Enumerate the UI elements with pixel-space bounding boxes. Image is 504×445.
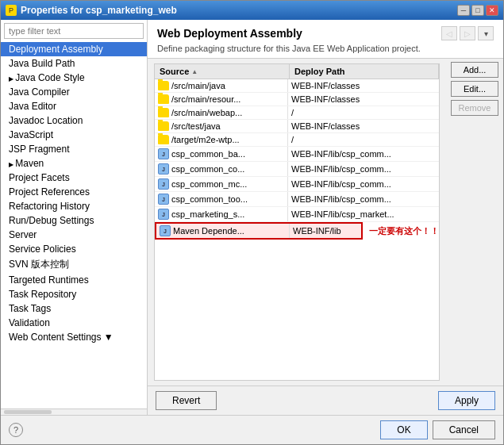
sidebar-item-java-editor[interactable]: Java Editor (1, 99, 147, 113)
deploy-cell: WEB-INF/lib/csp_comm... (288, 162, 439, 176)
table-row[interactable]: J csp_common_co... WEB-INF/lib/csp_comm.… (155, 162, 439, 177)
deploy-cell: / (288, 133, 439, 146)
sidebar-item-targeted-runtimes[interactable]: Targeted Runtimes (1, 273, 147, 287)
table-row[interactable]: J csp_marketing_s... WEB-INF/lib/csp_mar… (155, 207, 439, 222)
source-cell: J csp_marketing_s... (155, 207, 288, 221)
sidebar-item-java-build-path[interactable]: Java Build Path (1, 56, 147, 71)
table-row[interactable]: /src/main/resour... WEB-INF/classes (155, 93, 439, 106)
main-panel: Web Deployment Assembly ◁ ▷ ▾ Define pac… (148, 20, 503, 415)
table-row[interactable]: J csp_common_mc... WEB-INF/lib/csp_comm.… (155, 177, 439, 192)
sidebar-item-task-repository[interactable]: Task Repository (1, 287, 147, 301)
table-row[interactable]: /src/test/java WEB-INF/classes (155, 120, 439, 133)
source-cell: /target/m2e-wtp... (155, 133, 288, 146)
deploy-cell: WEB-INF/classes (288, 93, 439, 105)
sidebar-item-run-debug-settings[interactable]: Run/Debug Settings (1, 213, 147, 228)
table-header: Source ▲ Deploy Path (155, 64, 439, 79)
filter-input[interactable] (4, 23, 144, 39)
sidebar-bottom-scroll (1, 409, 147, 415)
source-cell: J csp_common_mc... (155, 177, 288, 191)
sidebar-item-java-compiler[interactable]: Java Compiler (1, 85, 147, 99)
source-cell: /src/main/java (155, 79, 288, 92)
main-header: Web Deployment Assembly ◁ ▷ ▾ Define pac… (148, 20, 503, 59)
annotation-text: 一定要有这个！！ (369, 225, 439, 237)
sort-arrow-icon: ▲ (191, 68, 198, 75)
close-button[interactable]: ✕ (486, 5, 498, 16)
window-icon: P (6, 5, 17, 16)
sidebar-item-jsp-fragment[interactable]: JSP Fragment (1, 142, 147, 156)
ok-button[interactable]: OK (380, 420, 427, 439)
deploy-cell: WEB-INF/lib/csp_comm... (288, 192, 439, 206)
jar-icon: J (160, 225, 171, 236)
sidebar-item-service-policies[interactable]: Service Policies (1, 242, 147, 256)
source-cell: /src/main/resour... (155, 93, 288, 105)
sidebar-item-java-code-style[interactable]: Java Code Style (1, 71, 147, 85)
ok-cancel-buttons: OK Cancel (380, 420, 495, 439)
deploy-cell: WEB-INF/lib/csp_market... (288, 207, 439, 221)
edit-button[interactable]: Edit... (451, 81, 498, 97)
folder-icon (158, 135, 169, 144)
deploy-cell: WEB-INF/lib/csp_comm... (288, 177, 439, 191)
table-row[interactable]: J csp_common_too... WEB-INF/lib/csp_comm… (155, 192, 439, 207)
maximize-button[interactable]: □ (471, 5, 484, 16)
sidebar-item-task-tags[interactable]: Task Tags (1, 301, 147, 316)
title-bar-left: P Properties for csp_marketing_web (6, 5, 177, 16)
folder-icon (158, 121, 169, 131)
sidebar-item-validation[interactable]: Validation (1, 316, 147, 330)
sidebar-item-svn[interactable]: SVN 版本控制 (1, 256, 147, 273)
sidebar-item-server[interactable]: Server (1, 228, 147, 242)
forward-button[interactable]: ▷ (460, 26, 475, 40)
jar-icon: J (158, 178, 169, 190)
right-buttons: Add... Edit... Remove (446, 59, 503, 386)
deploy-cell: WEB-INF/lib/csp_comm... (288, 147, 439, 161)
apply-button[interactable]: Apply (438, 391, 495, 410)
jar-icon: J (158, 209, 169, 220)
minimize-button[interactable]: ─ (457, 5, 470, 16)
content-area: Deployment Assembly Java Build Path Java… (1, 20, 503, 415)
title-controls: ─ □ ✕ (457, 5, 498, 16)
bottom-buttons: Revert Apply (148, 386, 503, 415)
properties-window: P Properties for csp_marketing_web ─ □ ✕… (0, 0, 504, 445)
sidebar-item-project-references[interactable]: Project References (1, 185, 147, 199)
source-cell: J csp_common_ba... (155, 147, 288, 161)
folder-icon (158, 81, 169, 90)
sidebar-item-maven[interactable]: Maven (1, 156, 147, 171)
deploy-cell: / (288, 106, 439, 119)
highlighted-table-row[interactable]: J Maven Depende... WEB-INF/lib (155, 222, 363, 240)
remove-button[interactable]: Remove (451, 100, 498, 116)
window-title: Properties for csp_marketing_web (21, 5, 177, 16)
jar-icon: J (158, 194, 169, 205)
panel-description: Define packaging structure for this Java… (157, 44, 494, 53)
folder-icon (158, 94, 169, 104)
sidebar-item-javascript[interactable]: JavaScript (1, 128, 147, 142)
sidebar-item-project-facets[interactable]: Project Facets (1, 171, 147, 185)
table-row[interactable]: /target/m2e-wtp... / (155, 133, 439, 147)
add-button[interactable]: Add... (451, 62, 498, 78)
deploy-column-header: Deploy Path (290, 64, 439, 79)
sidebar-item-javadoc-location[interactable]: Javadoc Location (1, 113, 147, 128)
sidebar-item-refactoring-history[interactable]: Refactoring History (1, 199, 147, 213)
help-button[interactable]: ? (9, 423, 23, 437)
sidebar-hscroll[interactable] (4, 410, 52, 414)
sidebar-item-web-content-settings[interactable]: Web Content Settings ▼ (1, 330, 147, 344)
title-bar: P Properties for csp_marketing_web ─ □ ✕ (1, 1, 503, 20)
table-row[interactable]: /src/main/webap... / (155, 106, 439, 120)
jar-icon: J (158, 163, 169, 175)
sidebar: Deployment Assembly Java Build Path Java… (1, 20, 148, 415)
sidebar-item-deployment-assembly[interactable]: Deployment Assembly (1, 42, 147, 56)
middle-row: Source ▲ Deploy Path /src/main/java (148, 59, 503, 386)
back-button[interactable]: ◁ (441, 26, 457, 40)
table-area: Source ▲ Deploy Path /src/main/java (154, 63, 440, 381)
deploy-cell: WEB-INF/classes (288, 79, 439, 92)
source-cell: J Maven Depende... (156, 224, 290, 238)
highlighted-row-container: J Maven Depende... WEB-INF/lib 一定要有这个！！ (155, 222, 439, 240)
table-row[interactable]: J csp_common_ba... WEB-INF/lib/csp_comm.… (155, 147, 439, 162)
source-cell: /src/test/java (155, 120, 288, 132)
revert-button[interactable]: Revert (156, 391, 217, 410)
deploy-cell: WEB-INF/lib (290, 224, 361, 238)
sidebar-list: Deployment Assembly Java Build Path Java… (1, 42, 147, 409)
folder-icon (158, 108, 169, 117)
source-column-header: Source ▲ (155, 64, 290, 79)
cancel-button[interactable]: Cancel (433, 420, 495, 439)
table-row[interactable]: /src/main/java WEB-INF/classes (155, 79, 439, 93)
dropdown-button[interactable]: ▾ (478, 26, 494, 40)
